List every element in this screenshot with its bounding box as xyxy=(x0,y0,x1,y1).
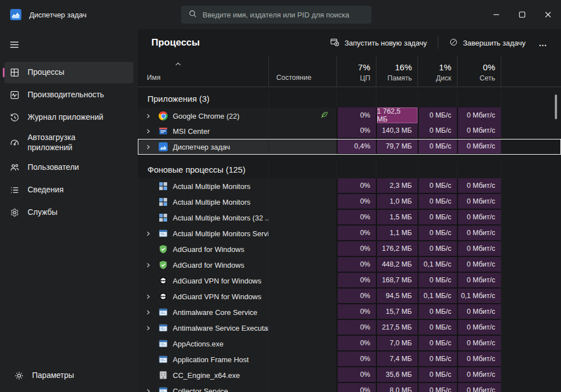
disk-value-cell: 0 МБ/с xyxy=(418,139,457,155)
sidebar-item-label: Производительность xyxy=(28,90,104,100)
column-header-status[interactable]: Состояние xyxy=(268,56,336,87)
row-filler xyxy=(501,289,561,304)
process-name-cell: AdGuard for Windows xyxy=(138,241,268,257)
new-task-icon xyxy=(330,37,339,48)
sidebar-item-details[interactable]: Сведения xyxy=(5,179,133,201)
sidebar-item-performance[interactable]: Производительность xyxy=(5,84,133,106)
column-header-disk[interactable]: 1% Диск xyxy=(418,56,457,87)
expand-chevron-icon[interactable] xyxy=(145,144,159,150)
disk-value-cell: 0 МБ/с xyxy=(418,241,457,257)
sidebar-item-processes[interactable]: Процессы xyxy=(5,62,133,83)
status-cell xyxy=(268,304,336,320)
network-value-cell: 0 Мбит/с xyxy=(457,383,501,392)
search-box[interactable] xyxy=(181,6,371,24)
expand-chevron-icon[interactable] xyxy=(145,309,159,316)
disk-value-cell: 0 МБ/с xyxy=(418,210,457,226)
expand-chevron-icon[interactable] xyxy=(145,231,159,237)
status-cell xyxy=(268,226,336,241)
close-button[interactable] xyxy=(535,0,561,29)
network-value-cell: 0 Мбит/с xyxy=(457,257,501,273)
process-name-cell: Collector Service xyxy=(138,383,268,392)
expand-chevron-icon[interactable] xyxy=(145,388,159,392)
sidebar-item-users[interactable]: Пользователи xyxy=(5,157,133,178)
process-row[interactable]: MSI Center0%140,3 МБ0 МБ/с0 Мбит/с xyxy=(138,123,561,139)
network-value-cell: 0 Мбит/с xyxy=(457,367,501,383)
status-cell xyxy=(268,273,336,289)
process-row[interactable]: Google Chrome (22)0%1 762,5 МБ0 МБ/с0 Мб… xyxy=(138,107,561,123)
group-header: Фоновые процессы (125) xyxy=(138,160,561,178)
process-name-cell: Application Frame Host xyxy=(138,352,268,367)
expand-chevron-icon[interactable] xyxy=(145,294,159,300)
column-header-cpu[interactable]: 7% ЦП xyxy=(336,56,376,87)
disk-value-cell: 0 МБ/с xyxy=(418,123,457,139)
memory-value-cell: 15,7 МБ xyxy=(376,304,418,320)
process-row[interactable]: AdGuard for Windows0%176,2 МБ0 МБ/с0 Мби… xyxy=(138,241,561,257)
selection-indicator xyxy=(3,68,5,78)
end-task-button[interactable]: Завершить задачу xyxy=(443,34,532,52)
cpu-value-cell: 0,4% xyxy=(336,139,376,155)
exe-app-icon xyxy=(159,386,168,392)
process-row[interactable]: Antimalware Core Service0%15,7 МБ0 МБ/с0… xyxy=(138,304,561,320)
group-title: Приложения (3) xyxy=(138,89,268,107)
menu-button[interactable] xyxy=(9,39,23,52)
row-filler xyxy=(501,273,561,289)
process-name: MSI Center xyxy=(173,127,210,136)
processes-icon xyxy=(9,67,20,78)
minimize-button[interactable] xyxy=(483,0,509,29)
group-empty-cell xyxy=(418,160,457,178)
column-header-row: Имя Состояние 7% ЦП 16% Память 1% Диск xyxy=(138,56,561,87)
process-row[interactable]: Application Frame Host0%7,4 МБ0 МБ/с0 Мб… xyxy=(138,352,561,367)
run-new-task-button[interactable]: Запустить новую задачу xyxy=(324,33,433,52)
process-row[interactable]: AdGuard VPN for Windows0%94,5 МБ0,1 МБ/с… xyxy=(138,289,561,304)
group-empty-cell xyxy=(336,89,376,107)
memory-value-cell: 448,2 МБ xyxy=(376,257,418,273)
column-header-network[interactable]: 0% Сеть xyxy=(457,56,501,87)
adguardvpn-app-icon xyxy=(159,276,168,285)
more-options-button[interactable]: … xyxy=(532,36,554,50)
users-icon xyxy=(9,163,20,173)
group-empty-cell xyxy=(268,160,336,178)
network-value-cell: 0 Мбит/с xyxy=(457,273,501,289)
sidebar-item-app-history[interactable]: Журнал приложений xyxy=(5,107,133,128)
expand-chevron-icon[interactable] xyxy=(145,262,159,268)
sidebar-item-startup-apps[interactable]: Автозагрузка приложений xyxy=(5,129,133,156)
maximize-button[interactable] xyxy=(509,0,535,29)
cpu-value-cell: 0% xyxy=(336,123,376,139)
sidebar-item-label: Журнал приложений xyxy=(28,112,104,123)
process-row[interactable]: Actual Multiple Monitors Servi...0%1,1 М… xyxy=(138,226,561,241)
process-name: Antimalware Core Service xyxy=(173,308,257,317)
process-row[interactable]: AdGuard for Windows0%448,2 МБ0,1 МБ/с0 М… xyxy=(138,257,561,273)
process-name-cell: Диспетчер задач xyxy=(138,139,268,155)
process-row[interactable]: Диспетчер задач0,4%79,7 МБ0 МБ/с0 Мбит/с xyxy=(138,139,561,155)
process-row[interactable]: Collector Service0%8,0 МБ0 МБ/с0 Мбит/с xyxy=(138,383,561,392)
process-name: AdGuard VPN for Windows xyxy=(173,277,262,285)
expand-chevron-icon[interactable] xyxy=(145,325,159,331)
process-row[interactable]: CC_Engine_x64.exe0%35,6 МБ0 МБ/с0 Мбит/с xyxy=(138,367,561,383)
sidebar-item-settings[interactable]: Параметры xyxy=(9,365,129,386)
process-row[interactable]: Actual Multiple Monitors (32 ...0%1,5 МБ… xyxy=(138,210,561,226)
vertical-scrollbar[interactable] xyxy=(555,94,557,119)
process-name: Диспетчер задач xyxy=(173,143,230,151)
sidebar-item-services[interactable]: Службы xyxy=(5,202,133,223)
exe-app-icon xyxy=(159,355,168,364)
process-row[interactable]: Antimalware Service Executable0%217,5 МБ… xyxy=(138,320,561,336)
column-header-name[interactable]: Имя xyxy=(138,56,268,87)
process-row[interactable]: AppActions.exe0%7,0 МБ0 МБ/с0 Мбит/с xyxy=(138,336,561,352)
expand-chevron-icon[interactable] xyxy=(145,113,159,119)
process-name-cell: AdGuard VPN for Windows xyxy=(138,289,268,304)
search-input[interactable] xyxy=(203,11,366,19)
memory-value-cell: 7,0 МБ xyxy=(376,336,418,352)
process-name: AdGuard for Windows xyxy=(173,261,244,269)
process-name: Actual Multiple Monitors Servi... xyxy=(173,229,268,238)
run-new-task-label: Запустить новую задачу xyxy=(344,39,427,47)
process-row[interactable]: Actual Multiple Monitors0%2,3 МБ0 МБ/с0 … xyxy=(138,178,561,194)
status-cell xyxy=(268,367,336,383)
column-header-memory[interactable]: 16% Память xyxy=(376,56,418,87)
row-filler xyxy=(501,107,561,124)
sidebar: ПроцессыПроизводительностьЖурнал приложе… xyxy=(0,29,138,392)
process-row[interactable]: Actual Multiple Monitors0%1,0 МБ0 МБ/с0 … xyxy=(138,194,561,210)
network-value-cell: 0 Мбит/с xyxy=(457,194,501,210)
process-row[interactable]: AdGuard VPN for Windows0%168,7 МБ0 МБ/с0… xyxy=(138,273,561,289)
status-cell xyxy=(268,320,336,336)
expand-chevron-icon[interactable] xyxy=(145,128,159,134)
